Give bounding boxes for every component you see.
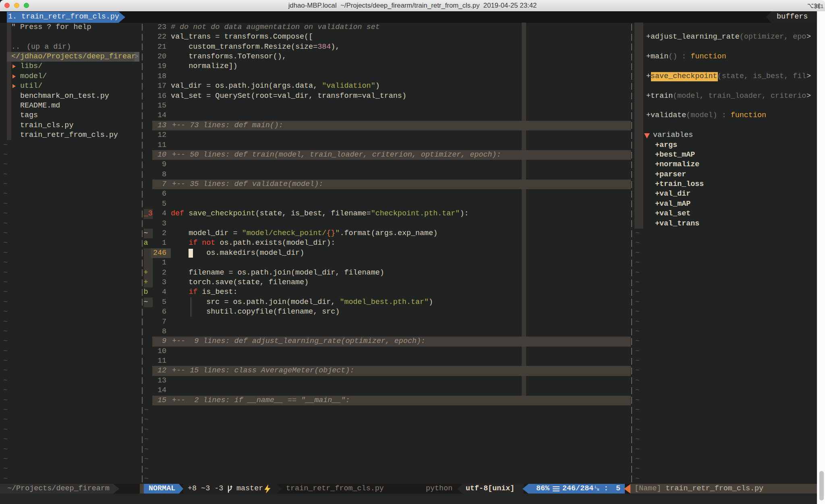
svg-text:1: 1: [821, 3, 823, 9]
